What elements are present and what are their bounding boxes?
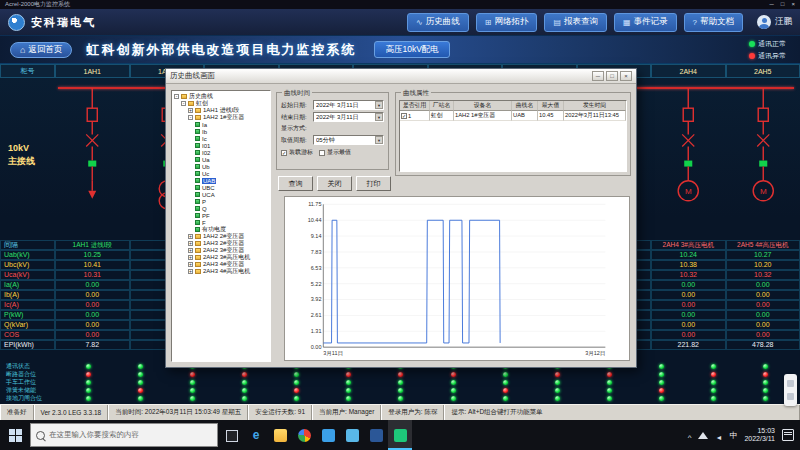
props-col-header: 厂站名 <box>430 101 454 111</box>
tree-item[interactable]: PF <box>172 212 270 219</box>
folder-icon <box>195 248 201 253</box>
show-extremes-checkbox[interactable]: 显示最值 <box>319 148 351 157</box>
measurement-label: Ia(A) <box>0 280 55 290</box>
curve-leaf-icon <box>195 206 200 211</box>
measurement-value: 10.41 <box>55 260 130 270</box>
popup-maximize-button[interactable]: □ <box>606 71 618 81</box>
tab-hv-10kv[interactable]: 高压10kV配电 <box>374 41 449 58</box>
nav-report-query[interactable]: ▤报表查询 <box>544 13 607 32</box>
tree-item-label: Ia <box>202 122 207 128</box>
nav-network-topology[interactable]: ⊞网络拓扑 <box>476 13 538 32</box>
print-button[interactable]: 打印 <box>356 176 391 191</box>
checkbox-checked-icon <box>281 150 287 156</box>
status-dot-red <box>555 372 560 377</box>
status-dot-green <box>242 388 247 393</box>
checkbox-unchecked-icon <box>319 150 325 156</box>
close-button[interactable]: 关闭 <box>317 176 352 191</box>
status-dot-green <box>346 380 351 385</box>
network-icon[interactable] <box>698 432 708 439</box>
popup-minimize-button[interactable]: ─ <box>592 71 604 81</box>
folder-icon <box>274 429 287 442</box>
nav-event-record[interactable]: ▦事件记录 <box>614 13 677 32</box>
tree-expander[interactable]: + <box>188 241 193 246</box>
popup-buttons: 查询关闭打印 <box>278 176 391 191</box>
svg-text:1.31: 1.31 <box>311 328 322 334</box>
props-data-row[interactable]: 1虹创1AH2 1#变压器UAB10.452022年3月11日13:45 <box>400 111 626 121</box>
user-chip[interactable]: 汪鹏 <box>757 15 792 29</box>
query-button[interactable]: 查询 <box>278 176 313 191</box>
window-minimize-icon[interactable]: ─ <box>770 0 774 9</box>
tree-expander[interactable]: + <box>188 108 193 113</box>
use-checkbox[interactable] <box>401 113 407 119</box>
chevron-down-icon[interactable] <box>375 101 383 109</box>
volume-icon[interactable] <box>715 426 722 444</box>
notification-icon[interactable] <box>782 429 794 441</box>
measurement-value: 0.00 <box>651 280 726 290</box>
tree-expander[interactable]: + <box>188 255 193 260</box>
tree-expander[interactable]: + <box>188 262 193 267</box>
window-close-icon[interactable]: × <box>791 0 795 9</box>
indicator-row: 手车工作位 <box>0 378 800 386</box>
window-maximize-icon[interactable]: □ <box>781 0 785 9</box>
taskbar-search[interactable]: 在这里输入你要搜索的内容 <box>30 423 218 447</box>
tree-item[interactable]: -历史曲线 <box>172 93 270 100</box>
tree-expander[interactable]: + <box>188 269 193 274</box>
end-date-select[interactable]: 2022年 3月11日 <box>313 112 384 122</box>
taskbar-app[interactable] <box>316 420 340 450</box>
tree-item[interactable]: Ub <box>172 163 270 170</box>
taskbar-app[interactable] <box>292 420 316 450</box>
taskbar-app[interactable] <box>364 420 388 450</box>
tree-item[interactable]: Ib <box>172 128 270 135</box>
curve-leaf-icon <box>195 136 200 141</box>
start-date-select[interactable]: 2022年 3月11日 <box>313 100 384 110</box>
start-button[interactable] <box>0 420 30 450</box>
statusbar-segment: 准备好 <box>0 405 34 420</box>
nav-history-curve[interactable]: ∿历史曲线 <box>407 13 469 32</box>
tree-item[interactable]: P <box>172 198 270 205</box>
curve-props-title: 曲线属性 <box>401 89 431 96</box>
chevron-down-icon[interactable] <box>375 113 383 121</box>
taskbar-app[interactable] <box>388 420 412 450</box>
tree-item[interactable]: Q <box>172 205 270 212</box>
tree-item[interactable]: Ic <box>172 135 270 142</box>
folder-icon <box>195 108 201 113</box>
measurement-label: Ubc(kV) <box>0 260 55 270</box>
status-dot-green <box>242 380 247 385</box>
chevron-down-icon[interactable] <box>375 136 383 144</box>
tree-item[interactable]: -1AH2 1#变压器 <box>172 114 270 121</box>
floating-toolbar[interactable] <box>784 374 797 406</box>
taskbar-app[interactable] <box>268 420 292 450</box>
tree-item[interactable]: UAB <box>172 177 270 184</box>
tree-expander[interactable]: + <box>188 234 193 239</box>
input-language-indicator[interactable]: 中 <box>729 430 737 441</box>
tree-item[interactable]: Ia <box>172 121 270 128</box>
taskbar-app[interactable] <box>340 420 364 450</box>
measurement-value: 0.00 <box>651 300 726 310</box>
status-dot-red <box>294 388 299 393</box>
period-select[interactable]: 05分钟 <box>313 135 384 145</box>
tray-chevron-icon[interactable] <box>688 426 692 444</box>
home-button[interactable]: 返回首页 <box>10 42 72 58</box>
nav-help-doc[interactable]: ?帮助文档 <box>684 13 743 32</box>
tree-expander[interactable]: + <box>188 248 193 253</box>
task-view-button[interactable] <box>218 420 244 450</box>
load-cursor-checkbox[interactable]: 装载游标 <box>281 148 313 157</box>
tree-item[interactable]: UCA <box>172 191 270 198</box>
tree-item[interactable]: +2AH3 4#高压电机 <box>172 268 270 275</box>
status-dot-green <box>763 364 768 369</box>
tree-expander[interactable]: - <box>181 101 186 106</box>
taskbar-app[interactable]: e <box>244 420 268 450</box>
tree-expander[interactable]: - <box>174 94 179 99</box>
tree-item[interactable]: I01 <box>172 142 270 149</box>
tree-item[interactable]: I02 <box>172 149 270 156</box>
status-dot-green <box>711 396 716 401</box>
tree-expander[interactable]: - <box>188 115 193 120</box>
taskbar-clock[interactable]: 15:03 2022/3/11 <box>744 427 775 443</box>
tree-item[interactable]: Ua <box>172 156 270 163</box>
brand-name: 安科瑞电气 <box>31 15 96 30</box>
tree-item[interactable]: UBC <box>172 184 270 191</box>
popup-close-button[interactable]: × <box>620 71 632 81</box>
popup-titlebar[interactable]: 历史曲线画面 ─ □ × <box>166 69 636 84</box>
tree-item[interactable]: Uc <box>172 170 270 177</box>
tree-item-label: Ub <box>202 164 210 170</box>
